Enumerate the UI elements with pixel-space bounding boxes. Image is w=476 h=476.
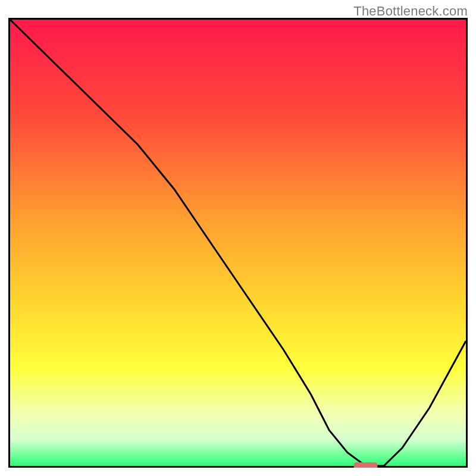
chart-plot — [8, 18, 468, 468]
watermark-text: TheBottleneck.com — [353, 4, 468, 19]
optimal-marker — [354, 462, 378, 468]
